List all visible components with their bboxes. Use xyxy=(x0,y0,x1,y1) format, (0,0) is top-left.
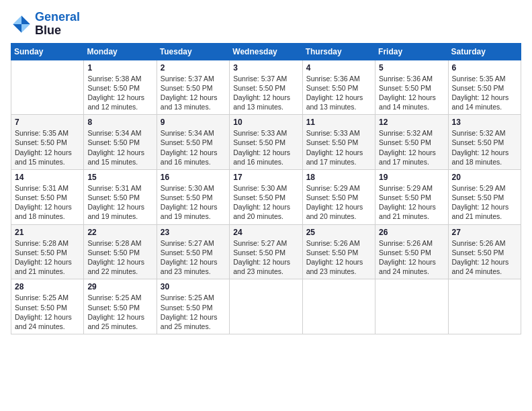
calendar-cell: 7Sunrise: 5:35 AM Sunset: 5:50 PM Daylig… xyxy=(11,115,84,170)
logo: General Blue xyxy=(11,11,80,38)
calendar-cell: 20Sunrise: 5:29 AM Sunset: 5:50 PM Dayli… xyxy=(448,169,521,224)
day-number: 29 xyxy=(87,282,152,291)
day-detail: Sunrise: 5:28 AM Sunset: 5:50 PM Dayligh… xyxy=(87,238,152,277)
calendar-cell: 3Sunrise: 5:37 AM Sunset: 5:50 PM Daylig… xyxy=(230,60,302,115)
calendar-week-row: 1Sunrise: 5:38 AM Sunset: 5:50 PM Daylig… xyxy=(11,60,521,115)
day-number: 27 xyxy=(452,228,517,237)
day-detail: Sunrise: 5:26 AM Sunset: 5:50 PM Dayligh… xyxy=(306,238,371,277)
calendar-week-row: 14Sunrise: 5:31 AM Sunset: 5:50 PM Dayli… xyxy=(11,169,521,224)
calendar-cell xyxy=(11,60,84,115)
day-detail: Sunrise: 5:37 AM Sunset: 5:50 PM Dayligh… xyxy=(233,74,298,112)
day-number: 13 xyxy=(452,118,517,127)
calendar-cell xyxy=(375,279,448,334)
day-number: 19 xyxy=(379,173,444,182)
day-number: 9 xyxy=(161,118,226,127)
calendar-cell: 21Sunrise: 5:28 AM Sunset: 5:50 PM Dayli… xyxy=(11,224,84,279)
day-number: 5 xyxy=(379,63,444,73)
svg-marker-2 xyxy=(13,24,21,33)
day-number: 24 xyxy=(233,228,298,237)
day-header: Thursday xyxy=(302,43,375,60)
svg-marker-0 xyxy=(21,15,30,24)
day-detail: Sunrise: 5:31 AM Sunset: 5:50 PM Dayligh… xyxy=(87,183,152,222)
day-number: 6 xyxy=(452,63,517,73)
day-detail: Sunrise: 5:36 AM Sunset: 5:50 PM Dayligh… xyxy=(306,74,371,112)
day-number: 3 xyxy=(233,63,298,73)
svg-marker-3 xyxy=(21,24,30,33)
day-detail: Sunrise: 5:29 AM Sunset: 5:50 PM Dayligh… xyxy=(306,183,371,222)
calendar-cell: 13Sunrise: 5:32 AM Sunset: 5:50 PM Dayli… xyxy=(448,115,521,170)
day-detail: Sunrise: 5:26 AM Sunset: 5:50 PM Dayligh… xyxy=(452,238,517,277)
calendar-cell: 5Sunrise: 5:36 AM Sunset: 5:50 PM Daylig… xyxy=(375,60,448,115)
day-detail: Sunrise: 5:35 AM Sunset: 5:50 PM Dayligh… xyxy=(15,128,80,167)
day-number: 22 xyxy=(87,228,152,237)
day-detail: Sunrise: 5:25 AM Sunset: 5:50 PM Dayligh… xyxy=(161,293,226,331)
day-detail: Sunrise: 5:29 AM Sunset: 5:50 PM Dayligh… xyxy=(452,183,517,222)
day-number: 26 xyxy=(379,228,444,237)
calendar-cell xyxy=(448,279,521,334)
day-detail: Sunrise: 5:30 AM Sunset: 5:50 PM Dayligh… xyxy=(161,183,226,222)
day-detail: Sunrise: 5:32 AM Sunset: 5:50 PM Dayligh… xyxy=(452,128,517,167)
day-number: 2 xyxy=(161,63,226,73)
logo-text: General Blue xyxy=(35,11,80,38)
day-detail: Sunrise: 5:30 AM Sunset: 5:50 PM Dayligh… xyxy=(233,183,298,222)
day-header: Tuesday xyxy=(157,43,229,60)
day-number: 7 xyxy=(15,118,80,127)
day-number: 15 xyxy=(87,173,152,182)
day-detail: Sunrise: 5:33 AM Sunset: 5:50 PM Dayligh… xyxy=(233,128,298,167)
calendar-cell: 19Sunrise: 5:29 AM Sunset: 5:50 PM Dayli… xyxy=(375,169,448,224)
logo-icon xyxy=(11,13,32,35)
calendar-cell: 10Sunrise: 5:33 AM Sunset: 5:50 PM Dayli… xyxy=(230,115,302,170)
calendar-cell: 30Sunrise: 5:25 AM Sunset: 5:50 PM Dayli… xyxy=(157,279,229,334)
day-number: 18 xyxy=(306,173,371,182)
calendar-cell: 29Sunrise: 5:25 AM Sunset: 5:50 PM Dayli… xyxy=(84,279,157,334)
day-detail: Sunrise: 5:38 AM Sunset: 5:50 PM Dayligh… xyxy=(87,74,152,112)
calendar-cell: 1Sunrise: 5:38 AM Sunset: 5:50 PM Daylig… xyxy=(84,60,157,115)
day-detail: Sunrise: 5:27 AM Sunset: 5:50 PM Dayligh… xyxy=(233,238,298,277)
calendar-week-row: 21Sunrise: 5:28 AM Sunset: 5:50 PM Dayli… xyxy=(11,224,521,279)
day-detail: Sunrise: 5:34 AM Sunset: 5:50 PM Dayligh… xyxy=(161,128,226,167)
calendar-week-row: 28Sunrise: 5:25 AM Sunset: 5:50 PM Dayli… xyxy=(11,279,521,334)
day-number: 14 xyxy=(15,173,80,182)
calendar-cell: 15Sunrise: 5:31 AM Sunset: 5:50 PM Dayli… xyxy=(84,169,157,224)
day-detail: Sunrise: 5:27 AM Sunset: 5:50 PM Dayligh… xyxy=(161,238,226,277)
day-detail: Sunrise: 5:31 AM Sunset: 5:50 PM Dayligh… xyxy=(15,183,80,222)
day-number: 23 xyxy=(161,228,226,237)
calendar-cell: 11Sunrise: 5:33 AM Sunset: 5:50 PM Dayli… xyxy=(302,115,375,170)
calendar-cell: 16Sunrise: 5:30 AM Sunset: 5:50 PM Dayli… xyxy=(157,169,229,224)
calendar-cell: 25Sunrise: 5:26 AM Sunset: 5:50 PM Dayli… xyxy=(302,224,375,279)
day-number: 1 xyxy=(87,63,152,73)
day-detail: Sunrise: 5:25 AM Sunset: 5:50 PM Dayligh… xyxy=(15,293,80,331)
day-detail: Sunrise: 5:34 AM Sunset: 5:50 PM Dayligh… xyxy=(87,128,152,167)
calendar-cell: 23Sunrise: 5:27 AM Sunset: 5:50 PM Dayli… xyxy=(157,224,229,279)
calendar-week-row: 7Sunrise: 5:35 AM Sunset: 5:50 PM Daylig… xyxy=(11,115,521,170)
svg-marker-1 xyxy=(13,15,21,24)
day-detail: Sunrise: 5:32 AM Sunset: 5:50 PM Dayligh… xyxy=(379,128,444,167)
day-number: 12 xyxy=(379,118,444,127)
calendar-cell: 8Sunrise: 5:34 AM Sunset: 5:50 PM Daylig… xyxy=(84,115,157,170)
page-header: General Blue xyxy=(11,11,521,38)
day-detail: Sunrise: 5:25 AM Sunset: 5:50 PM Dayligh… xyxy=(87,293,152,331)
day-header: Monday xyxy=(84,43,157,60)
calendar-cell: 27Sunrise: 5:26 AM Sunset: 5:50 PM Dayli… xyxy=(448,224,521,279)
calendar-cell xyxy=(302,279,375,334)
day-number: 11 xyxy=(306,118,371,127)
day-number: 20 xyxy=(452,173,517,182)
day-detail: Sunrise: 5:29 AM Sunset: 5:50 PM Dayligh… xyxy=(379,183,444,222)
day-number: 10 xyxy=(233,118,298,127)
day-header: Saturday xyxy=(448,43,521,60)
calendar-table: SundayMondayTuesdayWednesdayThursdayFrid… xyxy=(11,43,521,334)
day-detail: Sunrise: 5:26 AM Sunset: 5:50 PM Dayligh… xyxy=(379,238,444,277)
day-number: 21 xyxy=(15,228,80,237)
calendar-cell: 14Sunrise: 5:31 AM Sunset: 5:50 PM Dayli… xyxy=(11,169,84,224)
calendar-cell: 24Sunrise: 5:27 AM Sunset: 5:50 PM Dayli… xyxy=(230,224,302,279)
day-number: 4 xyxy=(306,63,371,73)
day-header: Sunday xyxy=(11,43,84,60)
calendar-cell: 4Sunrise: 5:36 AM Sunset: 5:50 PM Daylig… xyxy=(302,60,375,115)
calendar-cell: 18Sunrise: 5:29 AM Sunset: 5:50 PM Dayli… xyxy=(302,169,375,224)
calendar-cell xyxy=(230,279,302,334)
calendar-header-row: SundayMondayTuesdayWednesdayThursdayFrid… xyxy=(11,43,521,60)
day-number: 8 xyxy=(87,118,152,127)
day-number: 30 xyxy=(161,282,226,291)
day-detail: Sunrise: 5:28 AM Sunset: 5:50 PM Dayligh… xyxy=(15,238,80,277)
day-number: 17 xyxy=(233,173,298,182)
